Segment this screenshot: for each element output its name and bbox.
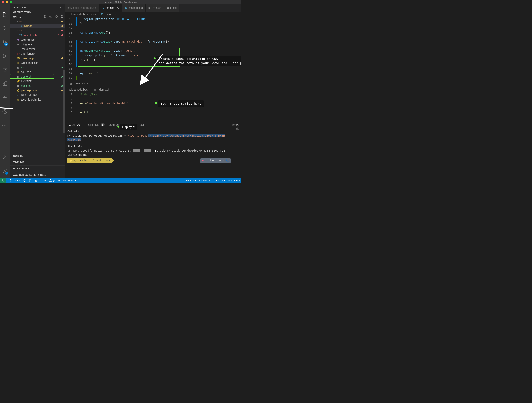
panel-tab-problems[interactable]: PROBLEMS1: [84, 122, 105, 127]
cdk-explorer-section[interactable]: ›AWS CDK EXPLORER (PRE…: [10, 172, 65, 178]
svg-point-1: [3, 40, 4, 41]
file-ash[interactable]: ▤a.shU: [10, 65, 65, 70]
file-mainsh[interactable]: ▤main.shU: [10, 83, 65, 88]
editor-tabs: nrc.jscdk-lambda-bash TSmain.ts✕ TSmain.…: [65, 4, 241, 12]
bc-more[interactable]: …: [117, 13, 120, 16]
maximize-window[interactable]: [10, 1, 12, 3]
search-icon[interactable]: [2, 26, 7, 31]
bc-src[interactable]: src: [93, 13, 97, 16]
annotation-dot-1: [154, 57, 156, 59]
editor-main-ts[interactable]: 55 region: process.env.CDK_DEFAULT_REGIO…: [65, 17, 241, 80]
file-demosh[interactable]: ▤demo.shU: [10, 74, 65, 79]
source-control-icon[interactable]: 14: [2, 39, 7, 45]
tab-main-test-ts[interactable]: TSmain.test.ts: [122, 4, 146, 12]
sync-status[interactable]: [23, 179, 26, 182]
explorer-actions: [42, 15, 63, 19]
svg-rect-10: [3, 97, 4, 98]
svg-point-16: [4, 171, 6, 172]
new-folder-icon[interactable]: [49, 15, 52, 18]
language-mode[interactable]: TypeScript: [228, 179, 240, 182]
file-main-test-ts[interactable]: TSmain.test.ts1, M: [10, 33, 65, 38]
svg-rect-7: [3, 84, 5, 86]
problems-status[interactable]: 1 0: [28, 179, 40, 182]
file-gitignore[interactable]: ◆.gitignore: [10, 42, 65, 47]
npm-scripts-section[interactable]: ›NPM SCRIPTS: [10, 165, 65, 172]
file-package-json[interactable]: {}package.jsonM: [10, 88, 65, 93]
git-branch-status[interactable]: main*: [10, 179, 20, 182]
term-line: Outputs:: [67, 129, 239, 133]
bc2-project[interactable]: cdk-lambda-bash: [69, 88, 89, 91]
svg-point-0: [3, 26, 6, 29]
svg-point-3: [6, 42, 6, 43]
file-eslintrc[interactable]: ◉.eslintrc.json: [10, 38, 65, 42]
svg-point-19: [10, 181, 11, 181]
panel-tabs: TERMINAL PROBLEMS1 OUTPUT DEBUG CONSOLE …: [65, 121, 241, 127]
timeline-section[interactable]: ›TIMELINE: [10, 159, 65, 165]
close-tab-icon[interactable]: ✕: [86, 82, 89, 85]
bc-file[interactable]: main.ts: [105, 13, 114, 16]
file-cdkjson[interactable]: {}cdk.json: [10, 70, 65, 74]
timeline-label: TIMELINE: [13, 161, 24, 164]
file-license[interactable]: 🔑LICENSE: [10, 79, 65, 83]
title-bar: main.ts — Untitled (Workspace): [0, 0, 241, 4]
svg-point-18: [10, 179, 11, 180]
outline-section[interactable]: ›OUTLINE: [10, 153, 65, 159]
close-tab-icon[interactable]: ✕: [117, 6, 119, 10]
term-line: arn:aws:cloudformation:ap-northeast-1. ▮…: [67, 149, 239, 153]
aws-icon[interactable]: aws: [2, 122, 7, 128]
window-title: main.ts — Untitled (Workspace): [104, 1, 137, 3]
tab-main-sh[interactable]: ▤main.sh: [146, 4, 164, 12]
refresh-icon[interactable]: [55, 15, 58, 18]
run-debug-icon[interactable]: [2, 53, 7, 59]
new-file-icon[interactable]: [44, 15, 47, 18]
extensions-icon[interactable]: [2, 81, 7, 86]
remote-indicator[interactable]: [0, 178, 6, 183]
eol-status[interactable]: LF: [222, 179, 225, 182]
folder-src[interactable]: ›src: [10, 19, 65, 24]
svg-marker-13: [3, 109, 7, 113]
file-versionrc[interactable]: {}.versionrc.json: [10, 60, 65, 65]
bc-project[interactable]: cdk-lambda-bash: [69, 13, 89, 16]
annotation-1: Create a BashExecFunction in CDK and def…: [156, 56, 241, 66]
collapse-all-icon[interactable]: [60, 15, 63, 18]
account-icon[interactable]: [2, 155, 7, 160]
cursor-position[interactable]: Ln 65, Col 1: [183, 179, 196, 182]
close-window[interactable]: [2, 1, 4, 3]
file-main-ts[interactable]: TSmain.tsM: [10, 24, 65, 28]
bc2-file[interactable]: demo.sh: [99, 88, 110, 91]
panel-tab-terminal[interactable]: TERMINAL: [67, 122, 81, 127]
editor-area: nrc.jscdk-lambda-bash TSmain.ts✕ TSmain.…: [65, 4, 241, 178]
minimize-window[interactable]: [6, 1, 8, 3]
explorer-icon[interactable]: [2, 12, 7, 17]
remote-explorer-icon[interactable]: [2, 67, 7, 73]
folder-test[interactable]: ›test: [10, 28, 65, 33]
svg-rect-6: [3, 82, 5, 83]
file-projenrc[interactable]: JS.projenrc.jsM: [10, 56, 65, 60]
tab-main-ts[interactable]: TSmain.ts✕: [99, 4, 122, 12]
cursor-icon: [116, 159, 118, 162]
terminal-selector[interactable]: 1: zsh,: [232, 123, 239, 126]
tab-projenrc[interactable]: nrc.jscdk-lambda-bash: [65, 4, 99, 12]
file-mergify[interactable]: !.mergify.yml: [10, 47, 65, 51]
settings-icon[interactable]: 1: [2, 169, 7, 174]
svg-rect-9: [5, 82, 7, 83]
terminal-output[interactable]: Outputs: my-stack-dev.DemoLogGroupADB0CC…: [65, 127, 241, 165]
project-header[interactable]: ›UNTI…: [10, 15, 65, 19]
file-tsconfig[interactable]: {}tsconfig.eslint.json: [10, 97, 65, 102]
indentation-status[interactable]: Spaces: 2: [199, 179, 210, 182]
file-npmignore[interactable]: npm.npmignore: [10, 51, 65, 56]
open-editors-section[interactable]: ›OPEN EDITORS: [10, 10, 65, 15]
kubernetes-icon[interactable]: [2, 109, 7, 114]
editor-demosh[interactable]: 1#!/bin/bash 2 3echo "Hello cdk lambda b…: [65, 92, 241, 121]
explorer-more-icon[interactable]: ⋯: [59, 6, 61, 9]
file-readme[interactable]: ⓘREADME.md: [10, 93, 65, 97]
breadcrumb-main[interactable]: cdk-lambda-bash› src› TSmain.ts› …: [65, 12, 241, 17]
tab-demosh[interactable]: ▤demo.sh✕: [67, 82, 91, 85]
sidebar-scrollbar[interactable]: [63, 70, 65, 133]
docker-icon[interactable]: [2, 95, 7, 100]
breadcrumb-demosh[interactable]: cdk-lambda-bash› ▤demo.sh: [65, 87, 241, 92]
term-line: my-stack-dev.DemoLogGroupADB0CC2E = /aws…: [67, 133, 239, 138]
jest-status[interactable]: Jest: (1 test suite failed): [43, 179, 77, 182]
encoding-status[interactable]: UTF-8: [213, 179, 220, 182]
tab-functions[interactable]: ▤functi: [164, 4, 179, 12]
